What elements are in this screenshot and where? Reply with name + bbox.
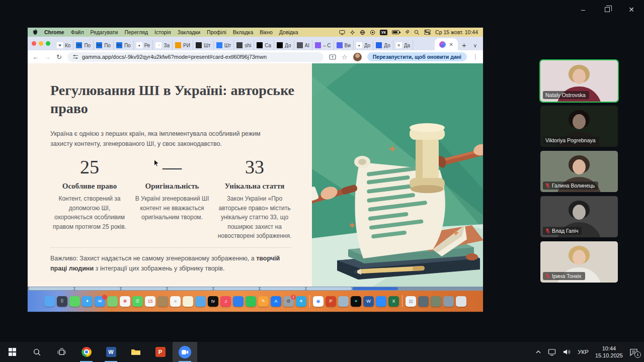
menubar-datetime[interactable]: Ср 15 жовт. 10:44 bbox=[435, 29, 478, 35]
participant-nataly-ostrovska[interactable]: Nataly Ostrovska bbox=[539, 59, 619, 103]
dock-screenshot-app[interactable] bbox=[338, 296, 349, 307]
browser-tab[interactable]: EN По bbox=[114, 40, 134, 50]
progress-segment[interactable] bbox=[168, 287, 213, 290]
participant-iryna-tonkikh[interactable]: Ірина Тонкіх bbox=[539, 240, 619, 284]
dock-reminders[interactable]: ≡ bbox=[170, 296, 181, 307]
dock-apple-tv[interactable]: tv bbox=[208, 296, 218, 307]
browser-tab[interactable]: Са bbox=[254, 40, 274, 50]
dock-chrome[interactable]: ◉ bbox=[313, 296, 324, 307]
dock-weather[interactable] bbox=[195, 296, 206, 307]
dock-facetime[interactable]: ✆ bbox=[132, 296, 143, 307]
input-language-badge[interactable]: УК bbox=[380, 30, 387, 35]
dock-trash[interactable] bbox=[456, 296, 466, 307]
participant-halyna-volynets[interactable]: Галина Волинець bbox=[539, 150, 619, 193]
progress-segment[interactable] bbox=[353, 287, 398, 290]
browser-tab[interactable]: РИ bbox=[173, 40, 193, 50]
browser-tab[interactable]: ▲ Ре bbox=[134, 40, 153, 50]
dock-pages[interactable]: ✎ bbox=[258, 296, 269, 307]
browser-tab[interactable]: EN По bbox=[94, 40, 114, 50]
progress-segment[interactable] bbox=[214, 287, 259, 290]
tab-close-icon[interactable]: ✕ bbox=[449, 42, 453, 47]
browser-tab[interactable]: shi bbox=[234, 40, 254, 50]
hidden-icons-chevron[interactable] bbox=[535, 350, 541, 354]
menubar-app-name[interactable]: Chrome bbox=[44, 29, 64, 35]
keyboard-language[interactable]: УКР bbox=[578, 349, 589, 355]
relaunch-to-update-button[interactable]: Перезапустити, щоб оновити дані bbox=[367, 52, 467, 61]
menubar-item[interactable]: Вкладка bbox=[233, 29, 253, 35]
volume-icon[interactable] bbox=[563, 348, 571, 355]
browser-tab[interactable]: AI bbox=[294, 40, 312, 50]
control-center-icon[interactable] bbox=[424, 30, 431, 35]
browser-tab[interactable]: Шт bbox=[193, 40, 214, 50]
dock-butterfly-app[interactable]: ✶ bbox=[351, 296, 361, 307]
progress-segment[interactable] bbox=[75, 287, 120, 290]
dock-numbers[interactable] bbox=[246, 296, 256, 307]
mac-close-icon[interactable] bbox=[32, 41, 36, 46]
browser-tab[interactable]: До bbox=[274, 40, 294, 50]
dock-calendar[interactable]: 15 bbox=[145, 296, 155, 307]
gear-status-icon[interactable] bbox=[350, 30, 355, 35]
browser-tab[interactable]: Шт bbox=[214, 40, 234, 50]
address-bar[interactable]: gamma.app/docs/-9kv92qyr4u2kfw6?mode=pre… bbox=[67, 52, 324, 62]
dock-keynote[interactable] bbox=[233, 296, 244, 307]
action-center-button[interactable]: 1 bbox=[629, 348, 638, 356]
participant-viktoriya-pogrebnaya[interactable]: Viktoriya Pogrebnaya bbox=[539, 105, 619, 148]
display-status-icon[interactable] bbox=[339, 29, 345, 35]
menubar-item[interactable]: Довідка bbox=[279, 29, 298, 35]
taskbar-search-button[interactable] bbox=[25, 342, 49, 362]
dock-word[interactable]: W bbox=[363, 296, 374, 307]
globe-status-icon[interactable] bbox=[360, 30, 365, 35]
taskbar-powerpoint-button[interactable]: P bbox=[148, 342, 173, 362]
back-button[interactable]: ← bbox=[32, 53, 39, 61]
browser-tab[interactable]: EN По bbox=[73, 40, 94, 50]
dock-powerpoint[interactable]: P bbox=[326, 296, 336, 307]
browser-tab[interactable]: – С bbox=[312, 40, 334, 50]
chrome-menu-icon[interactable]: ⋮ bbox=[472, 53, 478, 60]
progress-segment[interactable] bbox=[29, 287, 74, 290]
menubar-item[interactable]: Історія bbox=[154, 29, 171, 35]
dock-mail[interactable]: ✉ bbox=[95, 296, 105, 307]
participant-vlad-hapich[interactable]: Влад Гапіч bbox=[539, 195, 619, 238]
reload-button[interactable]: ↻ bbox=[56, 53, 62, 61]
dock-messages[interactable] bbox=[69, 296, 80, 307]
restore-button[interactable] bbox=[602, 4, 613, 15]
taskbar-word-button[interactable]: W bbox=[99, 342, 123, 362]
dock-screenshot-file-2[interactable] bbox=[431, 296, 441, 307]
progress-segment[interactable] bbox=[306, 287, 352, 290]
presentation-progress-bar[interactable] bbox=[28, 287, 483, 291]
dock-maps[interactable] bbox=[107, 296, 118, 307]
network-icon[interactable] bbox=[548, 348, 556, 356]
menubar-item[interactable]: Профілі bbox=[207, 29, 226, 35]
dock-zoom[interactable] bbox=[376, 296, 386, 307]
browser-tab[interactable]: G Да bbox=[393, 40, 413, 50]
record-status-icon[interactable] bbox=[370, 30, 375, 35]
active-tab-gamma[interactable]: ✕ bbox=[435, 38, 458, 50]
taskbar-zoom-button[interactable] bbox=[173, 342, 197, 362]
dock-safari[interactable]: ✦ bbox=[82, 296, 93, 307]
bookmark-star-icon[interactable]: ☆ bbox=[342, 53, 348, 61]
tab-search-chevron-icon[interactable]: ∨ bbox=[470, 43, 480, 50]
dock-photos[interactable]: ✽ bbox=[120, 296, 130, 307]
dock-screenshot-file-3[interactable] bbox=[443, 296, 454, 307]
menubar-item[interactable]: Файл bbox=[71, 29, 84, 35]
share-tab-icon[interactable] bbox=[329, 54, 336, 60]
taskbar-clock[interactable]: 10:44 15.10.2025 bbox=[595, 345, 623, 359]
progress-segment[interactable] bbox=[121, 287, 167, 290]
browser-tab[interactable]: ◔ За bbox=[153, 40, 173, 50]
dock-screenshot-file-1[interactable] bbox=[418, 296, 429, 307]
mac-fullscreen-icon[interactable] bbox=[46, 41, 50, 46]
taskbar-chrome-button[interactable] bbox=[74, 342, 99, 362]
forward-button[interactable]: → bbox=[44, 53, 51, 61]
taskbar-file-explorer-button[interactable] bbox=[123, 342, 148, 362]
profile-avatar[interactable] bbox=[353, 53, 362, 61]
dock-document[interactable]: ▤ bbox=[406, 296, 416, 307]
menubar-item[interactable]: Перегляд bbox=[124, 29, 148, 35]
task-view-button[interactable] bbox=[49, 342, 74, 362]
progress-segment[interactable] bbox=[260, 287, 305, 290]
dock-app-store[interactable]: A bbox=[271, 296, 281, 307]
minimize-button[interactable]: – bbox=[578, 4, 589, 15]
menubar-item[interactable]: Вікно bbox=[260, 29, 273, 35]
browser-tab[interactable]: Ви bbox=[334, 40, 354, 50]
dock-telegram[interactable]: ✈ bbox=[296, 296, 306, 307]
close-button[interactable]: ✕ bbox=[626, 4, 637, 15]
